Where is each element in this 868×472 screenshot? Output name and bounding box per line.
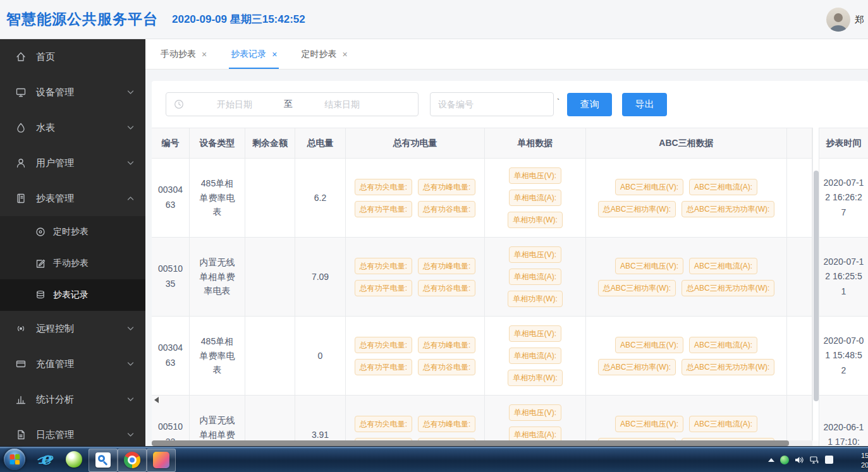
- sidebar-item-home[interactable]: 首页: [0, 39, 145, 75]
- tag-abc-power[interactable]: 总ABC三相功率(W):: [598, 201, 676, 217]
- sidebar-item-manual[interactable]: 手动抄表: [0, 248, 145, 279]
- sidebar-item-meter[interactable]: 抄表管理: [0, 181, 145, 216]
- tag-flat-energy[interactable]: 总有功平电量:: [355, 201, 412, 217]
- tray-antivirus-icon[interactable]: [780, 456, 789, 464]
- taskbar-search-tool-icon[interactable]: [89, 449, 118, 472]
- table-row: 0051035 内置无线单相单费率电表 7.09 总有功尖电量: 总有功峰电量:…: [152, 238, 868, 317]
- scroll-left-icon[interactable]: [154, 397, 159, 403]
- cell-single-phase: 单相电压(V): 单相电流(A): 单相功率(W):: [485, 238, 586, 316]
- tag-abc-current[interactable]: ABC三相电流(A):: [689, 337, 757, 353]
- column-header-single-phase: 单相数据: [485, 128, 586, 158]
- tag-flat-energy[interactable]: 总有功平电量:: [355, 280, 412, 296]
- tag-abc-power[interactable]: 总ABC三相功率(W):: [598, 280, 676, 296]
- tag-abc-voltage[interactable]: ABC三相电压(V):: [615, 179, 683, 195]
- close-icon[interactable]: ×: [342, 49, 347, 59]
- tag-sharp-energy[interactable]: 总有功尖电量:: [355, 337, 412, 353]
- tag-sharp-energy[interactable]: 总有功尖电量:: [355, 416, 412, 432]
- tag-sharp-energy[interactable]: 总有功尖电量:: [355, 258, 412, 274]
- horizontal-scrollbar[interactable]: [152, 440, 812, 446]
- tag-abc-current[interactable]: ABC三相电流(A):: [689, 258, 757, 274]
- tag-peak-energy[interactable]: 总有功峰电量:: [418, 258, 475, 274]
- query-button[interactable]: 查询: [567, 93, 612, 116]
- sidebar-item-logs[interactable]: 日志管理: [0, 417, 145, 446]
- home-icon: [15, 51, 27, 63]
- tag-abc-voltage[interactable]: ABC三相电压(V):: [615, 416, 683, 432]
- avatar[interactable]: [826, 8, 850, 32]
- network-icon[interactable]: [810, 456, 819, 464]
- sidebar-item-records[interactable]: 抄表记录: [0, 279, 145, 311]
- tab-reading-records[interactable]: 抄表记录 ×: [219, 39, 289, 69]
- edit-icon: [35, 258, 46, 269]
- cell-total-power: 7.09: [295, 238, 346, 316]
- taskbar-ie-icon[interactable]: e: [30, 447, 59, 472]
- top-header: 智慧能源公共服务平台 2020-09-09 星期三15:42:52 郑: [0, 0, 868, 39]
- date-range-picker[interactable]: 至: [166, 92, 419, 116]
- tag-voltage[interactable]: 单相电压(V):: [509, 246, 561, 263]
- tag-abc-current[interactable]: ABC三相电流(A):: [689, 179, 757, 195]
- monitor-icon: [15, 87, 27, 98]
- taskbar-green-browser-icon[interactable]: [59, 447, 89, 472]
- tag-peak-energy[interactable]: 总有功峰电量:: [418, 337, 475, 353]
- tag-valley-energy[interactable]: 总有功谷电量:: [418, 359, 475, 375]
- sidebar-item-users[interactable]: 用户管理: [0, 145, 145, 181]
- cell-single-phase: 单相电压(V): 单相电流(A): 单相功率(W):: [485, 317, 586, 395]
- tray-white-icon[interactable]: [825, 456, 833, 464]
- taskbar-chrome-icon[interactable]: [118, 449, 147, 472]
- windows-taskbar: e 15:42 2020/9/9: [0, 446, 868, 472]
- tag-abc-voltage[interactable]: ABC三相电压(V):: [615, 258, 683, 274]
- tag-current[interactable]: 单相电流(A):: [509, 348, 561, 364]
- cell-three-phase: ABC三相电压(V): ABC三相电流(A): 总ABC三相功率(W): 总AB…: [586, 238, 787, 316]
- tag-abc-reactive-power[interactable]: 总ABC三相无功功率(W):: [682, 201, 774, 217]
- export-button[interactable]: 导出: [622, 93, 667, 116]
- vertical-scrollbar-thumb[interactable]: [814, 171, 819, 401]
- tag-abc-reactive-power[interactable]: 总ABC三相无功功率(W):: [682, 359, 774, 375]
- user-menu[interactable]: 郑: [826, 0, 868, 39]
- tag-voltage[interactable]: 单相电压(V):: [509, 167, 561, 184]
- tag-abc-reactive-power[interactable]: 总ABC三相无功功率(W):: [682, 280, 774, 296]
- tag-abc-power[interactable]: 总ABC三相功率(W):: [598, 359, 676, 375]
- cell-single-phase: 单相电压(V): 单相电流(A): 单相功率(W):: [485, 396, 586, 446]
- sidebar-item-device[interactable]: 设备管理: [0, 75, 145, 110]
- tag-current[interactable]: 单相电流(A):: [509, 269, 561, 285]
- sidebar-item-remote[interactable]: 远程控制: [0, 311, 145, 346]
- tray-expand-icon[interactable]: [768, 458, 774, 462]
- tag-power[interactable]: 单相功率(W):: [508, 212, 563, 228]
- column-header-total: 总电量: [295, 128, 346, 158]
- tag-abc-current[interactable]: ABC三相电流(A):: [689, 416, 757, 432]
- close-icon[interactable]: ×: [202, 49, 207, 59]
- tag-power[interactable]: 单相功率(W):: [508, 370, 563, 386]
- taskbar-clock[interactable]: 15:42 2020/9/9: [861, 451, 868, 470]
- sidebar-item-stats[interactable]: 统计分析: [0, 382, 145, 417]
- tab-bar: 手动抄表 × 抄表记录 × 定时抄表 ×: [145, 39, 868, 70]
- tag-voltage[interactable]: 单相电压(V):: [509, 325, 561, 342]
- chevron-down-icon: [127, 397, 134, 402]
- tag-peak-energy[interactable]: 总有功峰电量:: [418, 416, 475, 432]
- end-date-input[interactable]: [294, 99, 390, 109]
- tab-manual-reading[interactable]: 手动抄表 ×: [149, 39, 219, 69]
- tag-valley-energy[interactable]: 总有功谷电量:: [418, 280, 475, 296]
- device-number-input[interactable]: [430, 92, 554, 116]
- tag-sharp-energy[interactable]: 总有功尖电量:: [355, 179, 412, 195]
- close-icon[interactable]: ×: [272, 49, 277, 59]
- volume-icon[interactable]: [795, 456, 804, 464]
- vertical-scrollbar[interactable]: [812, 128, 819, 440]
- tag-flat-energy[interactable]: 总有功平电量:: [355, 359, 412, 375]
- start-date-input[interactable]: [186, 99, 283, 109]
- tag-current[interactable]: 单相电流(A):: [509, 190, 561, 206]
- tag-valley-energy[interactable]: 总有功谷电量:: [418, 201, 475, 217]
- tag-abc-voltage[interactable]: ABC三相电压(V):: [615, 337, 683, 353]
- sidebar-item-recharge[interactable]: 充值管理: [0, 346, 145, 382]
- column-header-type: 设备类型: [190, 128, 245, 158]
- sidebar-item-water[interactable]: 水表: [0, 110, 145, 145]
- tag-peak-energy[interactable]: 总有功峰电量:: [418, 179, 475, 195]
- card-icon: [15, 358, 27, 370]
- horizontal-scrollbar-thumb[interactable]: [152, 440, 789, 446]
- taskbar-app-icon[interactable]: [147, 449, 176, 472]
- cell-three-phase: ABC三相电压(V): ABC三相电流(A): 总ABC三相功率(W): 总AB…: [586, 317, 787, 395]
- tag-power[interactable]: 单相功率(W):: [508, 291, 563, 307]
- start-button[interactable]: [4, 449, 25, 470]
- tab-scheduled-reading[interactable]: 定时抄表 ×: [289, 39, 359, 69]
- tag-voltage[interactable]: 单相电压(V):: [509, 404, 561, 421]
- chevron-down-icon: [127, 326, 134, 331]
- sidebar-item-scheduled[interactable]: 定时抄表: [0, 216, 145, 248]
